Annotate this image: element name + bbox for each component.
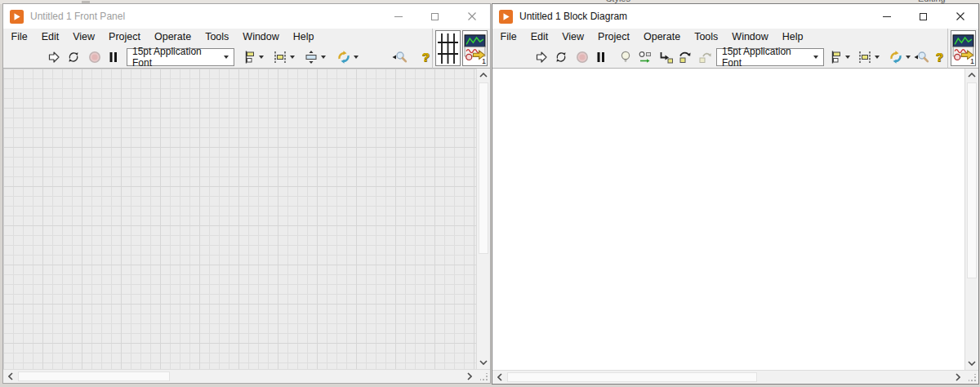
font-selector[interactable]: 15pt Application Font: [127, 48, 234, 66]
menu-help[interactable]: Help: [286, 29, 321, 45]
minimize-button[interactable]: [380, 4, 416, 29]
menu-view[interactable]: View: [555, 29, 591, 45]
scroll-left-button[interactable]: [492, 371, 506, 384]
block-diagram-titlebar[interactable]: Untitled 1 Block Diagram: [492, 4, 978, 29]
minimize-icon: [394, 16, 403, 17]
menu-window[interactable]: Window: [725, 29, 775, 45]
menu-tools[interactable]: Tools: [688, 29, 725, 45]
maximize-button[interactable]: [905, 4, 942, 29]
context-help-button[interactable]: ?: [936, 50, 943, 64]
scroll-up-button[interactable]: [965, 69, 979, 82]
block-diagram-canvas[interactable]: [492, 69, 964, 370]
retain-wire-values-button[interactable]: [637, 49, 653, 65]
block-diagram-corner-buttons: 1: [947, 29, 978, 69]
font-selector[interactable]: 15pt Application Font: [716, 48, 824, 66]
search-icon: [391, 49, 408, 65]
labview-logo-icon: [10, 10, 24, 24]
menu-window[interactable]: Window: [236, 29, 286, 45]
scroll-right-button[interactable]: [462, 370, 476, 383]
horizontal-scrollbar[interactable]: [3, 370, 476, 383]
step-over-button[interactable]: [677, 49, 693, 65]
chevron-up-icon: [968, 73, 976, 78]
step-out-button[interactable]: [697, 49, 713, 65]
run-continuously-button[interactable]: [553, 49, 569, 65]
menu-tools[interactable]: Tools: [198, 29, 236, 45]
scroll-down-button[interactable]: [965, 357, 979, 370]
resize-objects-button[interactable]: [303, 49, 326, 65]
run-continuous-icon: [553, 49, 569, 65]
menu-file[interactable]: File: [4, 29, 34, 45]
menu-help[interactable]: Help: [775, 29, 810, 45]
horizontal-scrollbar[interactable]: [492, 371, 964, 384]
scroll-up-button[interactable]: [477, 69, 491, 82]
abort-button[interactable]: [574, 49, 590, 65]
vertical-scrollbar[interactable]: [476, 69, 490, 369]
pause-button[interactable]: [593, 49, 609, 65]
menu-edit[interactable]: Edit: [34, 29, 66, 45]
chevron-down-icon: [224, 56, 229, 59]
run-button[interactable]: [46, 49, 62, 65]
alignment-grid-button[interactable]: [435, 30, 461, 66]
search-button[interactable]: [913, 49, 929, 65]
step-over-icon: [677, 49, 693, 65]
distribute-objects-button[interactable]: [857, 49, 880, 65]
minimize-button[interactable]: [868, 4, 905, 29]
highlight-execution-button[interactable]: [617, 49, 634, 65]
distribute-objects-icon: [857, 49, 873, 65]
front-panel-canvas[interactable]: [3, 69, 476, 369]
scroll-left-button[interactable]: [3, 370, 17, 383]
vi-icon-button[interactable]: 1: [462, 30, 488, 66]
abort-button[interactable]: [87, 49, 103, 65]
font-selector-value: 15pt Application Font: [722, 46, 813, 69]
chevron-down-icon: [906, 56, 911, 59]
front-panel-titlebar[interactable]: Untitled 1 Front Panel: [3, 4, 490, 29]
distribute-objects-icon: [272, 49, 288, 65]
step-into-button[interactable]: [657, 49, 674, 65]
resize-objects-icon: [303, 49, 319, 65]
menu-view[interactable]: View: [66, 29, 102, 45]
menu-project[interactable]: Project: [591, 29, 637, 45]
menu-operate[interactable]: Operate: [147, 29, 198, 45]
block-diagram-menubar: File Edit View Project Operate Tools Win…: [492, 29, 947, 46]
close-button[interactable]: [942, 4, 978, 29]
run-button[interactable]: [533, 49, 550, 65]
align-objects-icon: [241, 49, 257, 65]
window-title: Untitled 1 Block Diagram: [519, 11, 627, 22]
align-objects-button[interactable]: [827, 49, 850, 65]
resize-grip[interactable]: [964, 371, 978, 384]
vertical-scrollbar[interactable]: [964, 69, 978, 370]
search-icon: [913, 49, 929, 65]
horizontal-scroll-thumb[interactable]: [507, 372, 757, 382]
highlight-execution-icon: [617, 49, 634, 65]
context-help-button[interactable]: ?: [422, 50, 430, 64]
run-continuously-button[interactable]: [65, 49, 82, 65]
align-objects-icon: [827, 49, 844, 65]
chevron-down-icon: [479, 360, 488, 365]
vertical-scroll-thumb[interactable]: [479, 82, 488, 254]
menu-edit[interactable]: Edit: [523, 29, 555, 45]
resize-grip[interactable]: [476, 370, 490, 383]
vi-number: 1: [482, 58, 486, 65]
front-panel-menubar: File Edit View Project Operate Tools Win…: [3, 29, 432, 46]
close-button[interactable]: [453, 4, 490, 29]
pause-button[interactable]: [105, 49, 122, 65]
maximize-button[interactable]: [416, 4, 453, 29]
chevron-right-icon: [467, 372, 472, 380]
menu-project[interactable]: Project: [102, 29, 148, 45]
scroll-down-button[interactable]: [477, 356, 491, 369]
reorder-button[interactable]: [336, 49, 359, 65]
reorder-icon: [336, 49, 352, 65]
font-selector-value: 15pt Application Font: [132, 46, 224, 69]
menu-file[interactable]: File: [493, 29, 523, 45]
chevron-down-icon: [354, 56, 359, 59]
horizontal-scroll-thumb[interactable]: [18, 371, 170, 381]
vi-icon-button[interactable]: 1: [951, 30, 976, 66]
search-button[interactable]: [391, 49, 408, 65]
menu-operate[interactable]: Operate: [636, 29, 687, 45]
align-objects-button[interactable]: [241, 49, 264, 65]
scroll-right-button[interactable]: [951, 371, 964, 384]
vertical-scroll-thumb[interactable]: [967, 82, 977, 278]
distribute-objects-button[interactable]: [272, 49, 295, 65]
close-icon: [956, 12, 964, 20]
reorder-button[interactable]: [888, 49, 911, 65]
